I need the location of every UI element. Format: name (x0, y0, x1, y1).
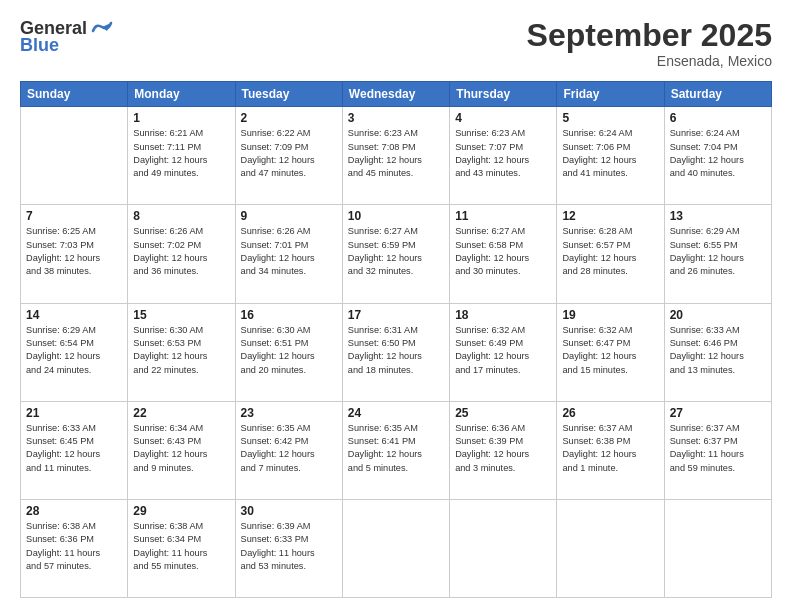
weekday-header-tuesday: Tuesday (235, 82, 342, 107)
day-number: 25 (455, 406, 551, 420)
day-number: 7 (26, 209, 122, 223)
day-number: 19 (562, 308, 658, 322)
calendar-cell: 13Sunrise: 6:29 AM Sunset: 6:55 PM Dayli… (664, 205, 771, 303)
day-info: Sunrise: 6:23 AM Sunset: 7:07 PM Dayligh… (455, 127, 551, 180)
calendar-cell: 12Sunrise: 6:28 AM Sunset: 6:57 PM Dayli… (557, 205, 664, 303)
day-info: Sunrise: 6:33 AM Sunset: 6:46 PM Dayligh… (670, 324, 766, 377)
day-number: 5 (562, 111, 658, 125)
day-info: Sunrise: 6:30 AM Sunset: 6:53 PM Dayligh… (133, 324, 229, 377)
calendar-cell: 18Sunrise: 6:32 AM Sunset: 6:49 PM Dayli… (450, 303, 557, 401)
calendar-cell: 2Sunrise: 6:22 AM Sunset: 7:09 PM Daylig… (235, 107, 342, 205)
day-number: 28 (26, 504, 122, 518)
calendar-cell: 9Sunrise: 6:26 AM Sunset: 7:01 PM Daylig… (235, 205, 342, 303)
day-info: Sunrise: 6:35 AM Sunset: 6:42 PM Dayligh… (241, 422, 337, 475)
calendar-cell: 21Sunrise: 6:33 AM Sunset: 6:45 PM Dayli… (21, 401, 128, 499)
day-info: Sunrise: 6:27 AM Sunset: 6:59 PM Dayligh… (348, 225, 444, 278)
day-info: Sunrise: 6:30 AM Sunset: 6:51 PM Dayligh… (241, 324, 337, 377)
day-info: Sunrise: 6:29 AM Sunset: 6:54 PM Dayligh… (26, 324, 122, 377)
logo-container: General Blue (20, 18, 113, 56)
day-number: 17 (348, 308, 444, 322)
calendar-cell: 27Sunrise: 6:37 AM Sunset: 6:37 PM Dayli… (664, 401, 771, 499)
weekday-header-wednesday: Wednesday (342, 82, 449, 107)
day-number: 13 (670, 209, 766, 223)
calendar-cell: 26Sunrise: 6:37 AM Sunset: 6:38 PM Dayli… (557, 401, 664, 499)
calendar-cell: 7Sunrise: 6:25 AM Sunset: 7:03 PM Daylig… (21, 205, 128, 303)
day-info: Sunrise: 6:33 AM Sunset: 6:45 PM Dayligh… (26, 422, 122, 475)
day-info: Sunrise: 6:21 AM Sunset: 7:11 PM Dayligh… (133, 127, 229, 180)
day-info: Sunrise: 6:22 AM Sunset: 7:09 PM Dayligh… (241, 127, 337, 180)
day-number: 9 (241, 209, 337, 223)
calendar-week-row: 28Sunrise: 6:38 AM Sunset: 6:36 PM Dayli… (21, 499, 772, 597)
calendar-cell: 10Sunrise: 6:27 AM Sunset: 6:59 PM Dayli… (342, 205, 449, 303)
day-number: 2 (241, 111, 337, 125)
calendar-cell (21, 107, 128, 205)
day-info: Sunrise: 6:24 AM Sunset: 7:04 PM Dayligh… (670, 127, 766, 180)
day-number: 12 (562, 209, 658, 223)
day-info: Sunrise: 6:31 AM Sunset: 6:50 PM Dayligh… (348, 324, 444, 377)
day-number: 3 (348, 111, 444, 125)
calendar-cell: 25Sunrise: 6:36 AM Sunset: 6:39 PM Dayli… (450, 401, 557, 499)
day-number: 24 (348, 406, 444, 420)
day-info: Sunrise: 6:36 AM Sunset: 6:39 PM Dayligh… (455, 422, 551, 475)
day-info: Sunrise: 6:26 AM Sunset: 7:02 PM Dayligh… (133, 225, 229, 278)
day-number: 15 (133, 308, 229, 322)
month-title: September 2025 (527, 18, 772, 53)
header: General Blue September 2025 Ensenada, Me… (20, 18, 772, 69)
day-info: Sunrise: 6:39 AM Sunset: 6:33 PM Dayligh… (241, 520, 337, 573)
day-number: 26 (562, 406, 658, 420)
logo-blue: Blue (20, 35, 59, 56)
calendar-cell: 22Sunrise: 6:34 AM Sunset: 6:43 PM Dayli… (128, 401, 235, 499)
calendar-week-row: 21Sunrise: 6:33 AM Sunset: 6:45 PM Dayli… (21, 401, 772, 499)
calendar-week-row: 1Sunrise: 6:21 AM Sunset: 7:11 PM Daylig… (21, 107, 772, 205)
day-info: Sunrise: 6:32 AM Sunset: 6:47 PM Dayligh… (562, 324, 658, 377)
logo-wave-icon (91, 19, 113, 37)
day-info: Sunrise: 6:28 AM Sunset: 6:57 PM Dayligh… (562, 225, 658, 278)
calendar-cell: 19Sunrise: 6:32 AM Sunset: 6:47 PM Dayli… (557, 303, 664, 401)
location-subtitle: Ensenada, Mexico (527, 53, 772, 69)
logo: General Blue (20, 18, 113, 56)
day-number: 8 (133, 209, 229, 223)
weekday-header-row: SundayMondayTuesdayWednesdayThursdayFrid… (21, 82, 772, 107)
day-info: Sunrise: 6:35 AM Sunset: 6:41 PM Dayligh… (348, 422, 444, 475)
calendar-cell: 23Sunrise: 6:35 AM Sunset: 6:42 PM Dayli… (235, 401, 342, 499)
calendar-cell: 6Sunrise: 6:24 AM Sunset: 7:04 PM Daylig… (664, 107, 771, 205)
day-number: 30 (241, 504, 337, 518)
calendar-cell: 16Sunrise: 6:30 AM Sunset: 6:51 PM Dayli… (235, 303, 342, 401)
calendar-table: SundayMondayTuesdayWednesdayThursdayFrid… (20, 81, 772, 598)
day-number: 6 (670, 111, 766, 125)
day-number: 29 (133, 504, 229, 518)
day-number: 16 (241, 308, 337, 322)
day-info: Sunrise: 6:23 AM Sunset: 7:08 PM Dayligh… (348, 127, 444, 180)
day-info: Sunrise: 6:27 AM Sunset: 6:58 PM Dayligh… (455, 225, 551, 278)
day-info: Sunrise: 6:38 AM Sunset: 6:36 PM Dayligh… (26, 520, 122, 573)
day-info: Sunrise: 6:24 AM Sunset: 7:06 PM Dayligh… (562, 127, 658, 180)
day-number: 1 (133, 111, 229, 125)
day-number: 18 (455, 308, 551, 322)
day-number: 14 (26, 308, 122, 322)
calendar-cell: 28Sunrise: 6:38 AM Sunset: 6:36 PM Dayli… (21, 499, 128, 597)
calendar-cell (450, 499, 557, 597)
calendar-cell: 4Sunrise: 6:23 AM Sunset: 7:07 PM Daylig… (450, 107, 557, 205)
day-number: 10 (348, 209, 444, 223)
weekday-header-monday: Monday (128, 82, 235, 107)
day-info: Sunrise: 6:32 AM Sunset: 6:49 PM Dayligh… (455, 324, 551, 377)
calendar-cell (664, 499, 771, 597)
calendar-cell: 15Sunrise: 6:30 AM Sunset: 6:53 PM Dayli… (128, 303, 235, 401)
day-number: 11 (455, 209, 551, 223)
calendar-cell: 24Sunrise: 6:35 AM Sunset: 6:41 PM Dayli… (342, 401, 449, 499)
calendar-cell: 20Sunrise: 6:33 AM Sunset: 6:46 PM Dayli… (664, 303, 771, 401)
day-number: 22 (133, 406, 229, 420)
title-area: September 2025 Ensenada, Mexico (527, 18, 772, 69)
calendar-cell: 5Sunrise: 6:24 AM Sunset: 7:06 PM Daylig… (557, 107, 664, 205)
calendar-cell: 11Sunrise: 6:27 AM Sunset: 6:58 PM Dayli… (450, 205, 557, 303)
day-number: 4 (455, 111, 551, 125)
day-info: Sunrise: 6:29 AM Sunset: 6:55 PM Dayligh… (670, 225, 766, 278)
day-info: Sunrise: 6:37 AM Sunset: 6:37 PM Dayligh… (670, 422, 766, 475)
calendar-week-row: 14Sunrise: 6:29 AM Sunset: 6:54 PM Dayli… (21, 303, 772, 401)
calendar-cell: 14Sunrise: 6:29 AM Sunset: 6:54 PM Dayli… (21, 303, 128, 401)
calendar-cell: 30Sunrise: 6:39 AM Sunset: 6:33 PM Dayli… (235, 499, 342, 597)
day-number: 23 (241, 406, 337, 420)
calendar-page: General Blue September 2025 Ensenada, Me… (0, 0, 792, 612)
day-number: 27 (670, 406, 766, 420)
calendar-cell: 1Sunrise: 6:21 AM Sunset: 7:11 PM Daylig… (128, 107, 235, 205)
